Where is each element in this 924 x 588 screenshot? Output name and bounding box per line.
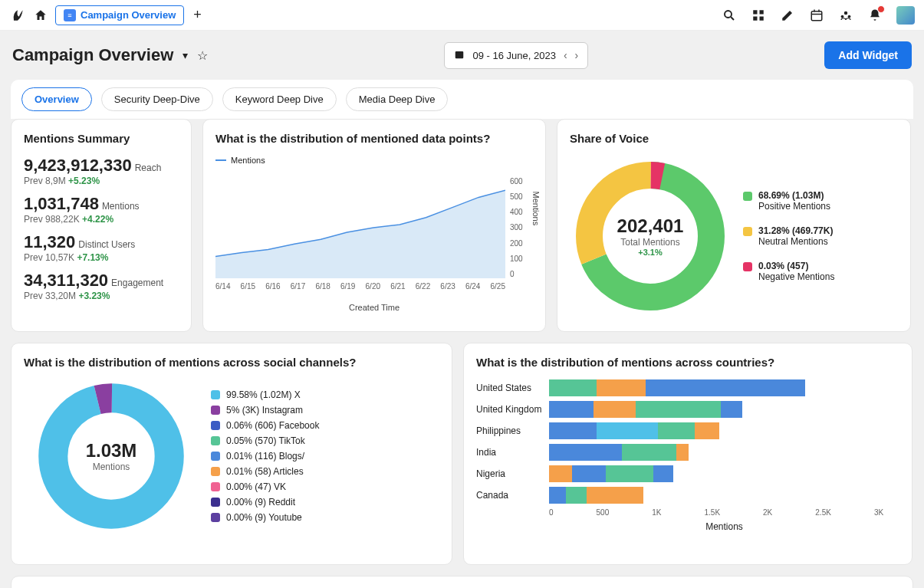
- bar-segment: [549, 401, 594, 418]
- social-title: What is the distribution of mentions acr…: [24, 356, 439, 369]
- date-prev-icon[interactable]: ‹: [564, 49, 567, 61]
- line-chart: 6005004003002001000 Mentions 6/146/156/1…: [215, 169, 533, 300]
- title-dropdown-icon[interactable]: ▾: [182, 49, 188, 61]
- countries-title: What is the distribution of mentions acr…: [476, 356, 899, 369]
- x-axis-label: Created Time: [215, 303, 533, 312]
- topbar: ≡ Campaign Overview +: [0, 0, 924, 31]
- metric-delta: +5.23%: [68, 176, 100, 186]
- country-xaxis: 05001K1.5K2K2.5K3K: [549, 508, 899, 517]
- bar-segment: [549, 379, 597, 396]
- add-widget-button[interactable]: Add Widget: [824, 41, 912, 69]
- distribution-card: What is the distribution of mentioned da…: [202, 119, 546, 332]
- sov-legend: 68.69% (1.03M)Positive Mentions31.28% (4…: [743, 190, 834, 282]
- legend-swatch: [743, 227, 752, 236]
- country-bar: [549, 379, 805, 396]
- tab-keyword-deep-dive[interactable]: Keyword Deep Dive: [222, 87, 337, 111]
- bar-segment: [549, 465, 572, 482]
- legend-swatch: [211, 436, 220, 445]
- line-legend: Mentions: [215, 156, 533, 165]
- country-label: Nigeria: [476, 468, 549, 479]
- sov-delta: +3.1%: [638, 248, 663, 257]
- tab-badge-icon: ≡: [64, 9, 76, 21]
- metric-label: Mentions: [102, 201, 140, 212]
- country-label: Canada: [476, 490, 549, 501]
- social-legend: 99.58% (1.02M) X5% (3K) Instagram0.06% (…: [211, 389, 319, 523]
- metric-label: Reach: [135, 163, 162, 173]
- tab-media-deep-dive[interactable]: Media Deep Dive: [346, 87, 449, 111]
- workspace-tab-label: Campaign Overview: [81, 9, 176, 21]
- metric-prev: Prev 33,20M +3.23%: [24, 291, 179, 301]
- legend-swatch: [211, 482, 220, 491]
- legend-text: 0.01% (58) Articles: [226, 466, 304, 477]
- tab-security-deep-dive[interactable]: Security Deep-Dive: [101, 87, 213, 111]
- metric-prev: Prev 988,22K +4.22%: [24, 214, 179, 225]
- bar-segment: [636, 401, 721, 418]
- legend-text: 5% (3K) Instagram: [226, 405, 303, 416]
- bar-segment: [606, 465, 653, 482]
- community-icon[interactable]: [838, 8, 853, 23]
- calendar-icon[interactable]: [809, 8, 824, 23]
- metric-prev: Prev 8,9M +5.23%: [24, 176, 179, 186]
- legend-swatch: [211, 498, 220, 507]
- legend-swatch: [211, 406, 220, 415]
- bar-segment: [597, 379, 646, 396]
- svg-rect-4: [753, 16, 757, 20]
- country-xlabel: Mentions: [549, 521, 899, 532]
- tab-overview[interactable]: Overview: [21, 87, 92, 111]
- calendar-icon: [454, 49, 465, 62]
- metric-delta: +7.13%: [77, 252, 108, 263]
- svg-rect-13: [455, 51, 464, 57]
- legend-text: 0.00% (47) VK: [226, 481, 286, 492]
- favorite-icon[interactable]: ☆: [197, 48, 208, 63]
- legend-swatch: [211, 390, 220, 399]
- conversation-metrics-card: What are the conversation metrics around…: [11, 576, 913, 588]
- metric-delta: +3.23%: [78, 291, 110, 301]
- metric-value: 9,423,912,330: [24, 156, 132, 175]
- compose-icon[interactable]: [780, 8, 795, 23]
- page-title: Campaign Overview: [12, 45, 173, 65]
- legend-text: 0.05% (570) TikTok: [226, 435, 305, 446]
- svg-rect-3: [760, 10, 764, 14]
- bar-segment: [695, 422, 720, 439]
- apps-icon[interactable]: [751, 8, 766, 23]
- home-icon[interactable]: [32, 7, 49, 24]
- date-range-picker[interactable]: 09 - 16 June, 2023 ‹ ›: [444, 42, 588, 69]
- page-header: Campaign Overview ▾ ☆ 09 - 16 June, 2023…: [0, 31, 924, 80]
- metric-value: 34,311,320: [24, 271, 108, 290]
- notifications-icon[interactable]: [867, 8, 883, 23]
- date-next-icon[interactable]: ›: [575, 49, 579, 61]
- bar-segment: [622, 444, 676, 461]
- y-axis: 6005004003002001000: [510, 177, 533, 278]
- bar-segment: [676, 444, 689, 461]
- bar-segment: [646, 379, 805, 396]
- metric-value: 11,320: [24, 232, 75, 251]
- brand-logo: [9, 7, 26, 24]
- legend-swatch: [743, 262, 752, 271]
- share-of-voice-card: Share of Voice 202,401 Total Mentions +3…: [557, 119, 911, 332]
- country-bar: [549, 422, 719, 439]
- view-tabs: Overview Security Deep-Dive Keyword Deep…: [11, 80, 913, 119]
- svg-rect-2: [753, 10, 757, 14]
- add-tab-icon[interactable]: +: [190, 7, 205, 23]
- legend-swatch: [211, 452, 220, 461]
- metric-delta: +4.22%: [82, 214, 113, 225]
- legend-swatch: [211, 513, 220, 522]
- bar-segment: [566, 487, 587, 504]
- bar-segment: [658, 422, 694, 439]
- user-avatar[interactable]: [896, 6, 915, 25]
- bar-segment: [721, 401, 742, 418]
- legend-swatch: [211, 467, 220, 476]
- country-label: Philippines: [476, 425, 549, 436]
- country-label: United States: [476, 383, 549, 393]
- sov-total-label: Total Mentions: [620, 237, 679, 248]
- social-donut: 1.03M Mentions: [35, 379, 188, 533]
- bar-segment: [594, 401, 636, 418]
- metric-label: Engagement: [111, 278, 163, 288]
- search-icon[interactable]: [722, 8, 737, 23]
- workspace-tab[interactable]: ≡ Campaign Overview: [55, 5, 184, 25]
- social-center-value: 1.03M: [86, 440, 137, 462]
- line-legend-label: Mentions: [231, 156, 265, 165]
- bar-segment: [597, 422, 658, 439]
- countries-card: What is the distribution of mentions acr…: [463, 343, 912, 565]
- social-channels-card: What is the distribution of mentions acr…: [11, 343, 452, 565]
